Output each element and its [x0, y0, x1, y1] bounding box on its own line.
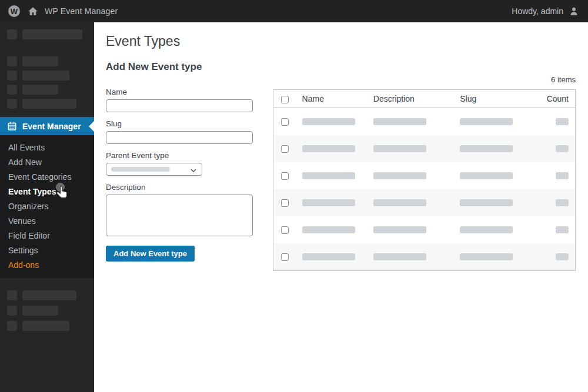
- sidebar-skeleton-item: [7, 306, 87, 316]
- row-checkbox[interactable]: [281, 172, 289, 180]
- event-manager-submenu: All Events Add New Event Categories Even…: [0, 135, 94, 278]
- wordpress-logo-icon[interactable]: W: [8, 5, 20, 17]
- skeleton-icon-placeholder: [7, 29, 17, 39]
- sidebar-skeleton-item: [7, 321, 87, 331]
- name-placeholder: [302, 199, 355, 206]
- submenu-item[interactable]: Settings: [0, 243, 94, 258]
- skeleton-label-placeholder: [22, 321, 69, 331]
- description-placeholder: [373, 253, 426, 260]
- main-content: Event Types Add New Event type Name Slug…: [94, 22, 588, 392]
- add-new-heading: Add New Event type: [106, 61, 576, 73]
- count-placeholder: [556, 145, 569, 152]
- submenu-item[interactable]: Organizers: [0, 199, 94, 214]
- skeleton-label-placeholder: [22, 85, 58, 95]
- skeleton-label-placeholder: [22, 306, 58, 316]
- name-input[interactable]: [106, 99, 253, 112]
- admin-bar-user-area: Howdy, admin: [512, 5, 580, 17]
- description-label: Description: [106, 183, 253, 192]
- submenu-list-item: All Events: [0, 140, 94, 155]
- skeleton-icon-placeholder: [7, 321, 17, 331]
- slug-label: Slug: [106, 119, 253, 128]
- table-row: [273, 162, 576, 189]
- table-row: [273, 108, 576, 136]
- column-header-slug[interactable]: Slug: [454, 90, 540, 108]
- submenu-item[interactable]: Event Categories: [0, 170, 94, 185]
- parent-event-type-label: Parent Event type: [106, 151, 253, 160]
- count-placeholder: [556, 253, 569, 260]
- skeleton-icon-placeholder: [7, 56, 17, 66]
- submenu-list-item: Event Categories: [0, 170, 94, 185]
- description-placeholder: [373, 199, 426, 206]
- row-checkbox[interactable]: [281, 199, 289, 207]
- skeleton-label-placeholder: [22, 99, 76, 109]
- slug-placeholder: [460, 199, 513, 206]
- row-checkbox[interactable]: [281, 253, 289, 261]
- row-checkbox[interactable]: [281, 226, 289, 234]
- skeleton-icon-placeholder: [7, 85, 17, 95]
- slug-input[interactable]: [106, 131, 253, 144]
- submenu-item[interactable]: Event Types: [0, 185, 94, 199]
- row-checkbox[interactable]: [281, 118, 289, 126]
- row-checkbox[interactable]: [281, 145, 289, 153]
- submenu-list-item: Settings: [0, 243, 94, 258]
- submenu-item[interactable]: Venues: [0, 214, 94, 229]
- submenu-list-item: Add-ons: [0, 258, 94, 273]
- submenu-item[interactable]: All Events: [0, 140, 94, 155]
- count-placeholder: [556, 172, 569, 179]
- column-header-description[interactable]: Description: [368, 90, 454, 108]
- select-value-placeholder: [111, 167, 170, 172]
- sidebar-skeleton-item: [7, 290, 87, 300]
- slug-placeholder: [460, 118, 513, 125]
- sidebar-skeleton-group-top: [0, 22, 94, 39]
- sidebar-item-event-manager[interactable]: Event Manager: [0, 117, 94, 135]
- count-placeholder: [556, 118, 569, 125]
- table-row: [273, 189, 576, 216]
- slug-placeholder: [460, 226, 513, 233]
- sidebar-skeleton-item: [7, 85, 87, 95]
- submenu-list-item: Organizers: [0, 199, 94, 214]
- skeleton-label-placeholder: [22, 29, 82, 39]
- items-count: 6 items: [273, 76, 576, 84]
- column-header-name[interactable]: Name: [296, 90, 368, 108]
- sidebar-skeleton-group-mid: [0, 43, 94, 109]
- current-menu-arrow: [89, 121, 94, 132]
- table-body: [273, 108, 576, 271]
- submenu-item[interactable]: Add-ons: [0, 258, 94, 273]
- home-icon[interactable]: [27, 5, 39, 17]
- name-placeholder: [302, 253, 355, 260]
- count-placeholder: [556, 226, 569, 233]
- skeleton-icon-placeholder: [7, 71, 17, 81]
- page-title: Event Types: [106, 32, 576, 50]
- name-placeholder: [302, 145, 355, 152]
- description-textarea[interactable]: [106, 195, 253, 236]
- add-event-type-form: Name Slug Parent Event type Description: [106, 76, 253, 271]
- add-new-event-type-button[interactable]: Add New Event type: [106, 246, 195, 262]
- calendar-icon: [7, 121, 17, 131]
- site-name[interactable]: WP Event Manager: [45, 6, 118, 16]
- user-icon[interactable]: [568, 5, 580, 17]
- table-header-row: Name Description Slug Count: [273, 90, 576, 108]
- howdy-text[interactable]: Howdy, admin: [512, 6, 563, 16]
- column-header-count[interactable]: Count: [541, 90, 576, 108]
- select-all-checkbox[interactable]: [281, 96, 289, 103]
- skeleton-icon-placeholder: [7, 99, 17, 109]
- sidebar-skeleton-item: [7, 56, 87, 66]
- submenu-list-item: Add New: [0, 155, 94, 170]
- slug-placeholder: [460, 145, 513, 152]
- submenu-list-item: Field Editor: [0, 229, 94, 243]
- table-row: [273, 135, 576, 162]
- description-placeholder: [373, 226, 426, 233]
- table-row: [273, 216, 576, 243]
- sidebar-skeleton-group-bottom: [0, 278, 94, 331]
- sidebar-skeleton-item: [7, 99, 87, 109]
- name-placeholder: [302, 118, 355, 125]
- admin-sidebar: Event Manager All Events Add New Event C…: [0, 22, 94, 392]
- sidebar-item-label: Event Manager: [22, 122, 81, 131]
- parent-event-type-select[interactable]: [106, 163, 202, 176]
- skeleton-icon-placeholder: [7, 290, 17, 300]
- chevron-down-icon: [190, 166, 197, 173]
- submenu-list-item: Venues: [0, 214, 94, 229]
- name-placeholder: [302, 172, 355, 179]
- submenu-item[interactable]: Field Editor: [0, 229, 94, 243]
- submenu-item[interactable]: Add New: [0, 155, 94, 170]
